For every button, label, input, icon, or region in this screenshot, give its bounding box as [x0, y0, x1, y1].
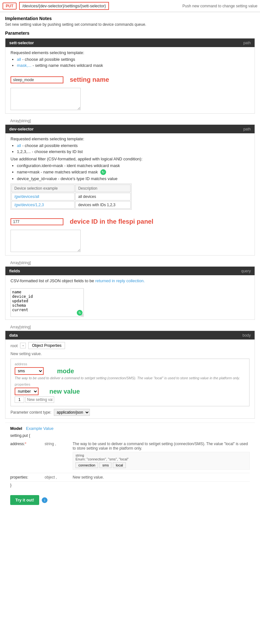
- new-value-annotation: new value: [49, 388, 80, 395]
- value-input-row: [15, 396, 245, 403]
- dev-filter-type: device_type_id=value - device's type ID …: [17, 176, 249, 181]
- sett-selector-block: sett-selector path Requested elements se…: [5, 38, 255, 114]
- device-table-row-1: /gw/devices/all all devices: [11, 193, 131, 200]
- enum-block-address: string Enum: "connection", "sms", "local…: [73, 452, 250, 470]
- tab-model[interactable]: Model: [10, 426, 22, 431]
- try-it-bar: Try it out! i: [5, 492, 255, 508]
- sett-option-mask: mask,... - setting name matches wildcard…: [17, 63, 249, 68]
- sett-selector-input-row: setting name: [5, 74, 255, 86]
- method-badge: PUT: [3, 3, 17, 10]
- sett-option-mask-link[interactable]: mask,...: [17, 63, 32, 68]
- enum-btn-sms[interactable]: sms: [99, 462, 112, 468]
- dev-filter-note: Use additional filter (CSV-formatted, ap…: [11, 157, 249, 161]
- refresh-icon-1[interactable]: ↻: [100, 169, 106, 175]
- new-value-row: number string boolean new value: [15, 388, 245, 395]
- model-desc-address: The way to be used to deliver a command …: [73, 442, 250, 471]
- fields-name: fields: [9, 269, 20, 273]
- model-address-required: *: [25, 442, 26, 446]
- dev-selector-location: path: [243, 127, 251, 131]
- data-location: body: [242, 333, 251, 338]
- dev-filter-ident-key: configuration.ident=mask: [17, 163, 63, 168]
- info-icon: i: [42, 497, 47, 503]
- enum-btn-local[interactable]: local: [113, 462, 126, 468]
- model-desc-properties: New setting value.: [73, 475, 250, 480]
- dev-array-type: Array[string]: [5, 259, 255, 266]
- device-table-col1: Device selection example: [11, 185, 75, 192]
- fields-textarea[interactable]: name device_id updated schema current: [11, 288, 84, 317]
- sett-selector-input[interactable]: [11, 76, 63, 83]
- dev-filter-type-key: device_type_id=value: [17, 176, 57, 181]
- model-content: setting.put { address:* string , The way…: [10, 433, 250, 489]
- dev-selector-input-row: device ID in the flespi panel: [5, 215, 255, 228]
- dev-annotation: device ID in the flespi panel: [70, 218, 153, 225]
- root-label: root: [11, 343, 18, 348]
- device-table: Device selection example Description /gw…: [11, 184, 132, 210]
- parameters-title: Parameters: [5, 31, 255, 36]
- address-select[interactable]: sms connection local: [15, 367, 44, 375]
- obj-props-btn[interactable]: Object Properties: [28, 342, 65, 349]
- data-body: root - Object Properties New setting val…: [5, 340, 255, 418]
- fields-header: fields query: [5, 267, 255, 275]
- fields-location: query: [241, 269, 251, 273]
- address-block: address sms connection local mode The wa…: [11, 359, 249, 406]
- content-type-select[interactable]: application/json: [54, 409, 90, 416]
- dev-filter-ident: configuration.ident=mask - ident matches…: [17, 163, 249, 168]
- sett-selector-options: all - choose all possible settings mask,…: [11, 57, 249, 68]
- tab-example-value[interactable]: Example Value: [26, 426, 54, 431]
- enum-buttons: connection sms local: [76, 462, 247, 468]
- dev-option-all-link[interactable]: all: [17, 143, 21, 148]
- value-number-input[interactable]: [15, 396, 24, 403]
- sett-annotation: setting name: [70, 76, 109, 83]
- enum-label-text: Enum:: [76, 457, 86, 461]
- dev-filter-name-desc: - name matches wildcard mask: [41, 170, 98, 174]
- sett-array-type: Array[string]: [5, 117, 255, 124]
- enum-btn-connection[interactable]: connection: [76, 462, 98, 468]
- address-label: address: [15, 362, 245, 366]
- dev-filter-type-desc: - device's type ID matches value: [58, 176, 118, 181]
- new-setting-label: New setting value.: [11, 352, 249, 356]
- properties-select[interactable]: number string boolean: [15, 388, 39, 395]
- implementation-notes: Implementation Notes Set new setting val…: [0, 12, 260, 31]
- model-address-keyname: address:: [10, 442, 25, 446]
- refresh-icon-2[interactable]: ↻: [77, 310, 83, 316]
- try-it-button[interactable]: Try it out!: [10, 495, 39, 505]
- dev-filter-options: configuration.ident=mask - ident matches…: [11, 163, 249, 181]
- model-row-properties: properties: object , New setting value.: [10, 473, 250, 482]
- data-header: data body: [5, 331, 255, 340]
- dev-option-ids-key: 1,2,3,...: [17, 149, 31, 154]
- dev-selector-name: dev-selector: [9, 127, 34, 131]
- root-row: root - Object Properties: [11, 342, 249, 349]
- fields-block: fields query CSV-formatted list of JSON …: [5, 266, 255, 320]
- header-bar: PUT /devices/{dev-selector}/settings/{se…: [0, 0, 260, 12]
- sett-selector-name: sett-selector: [9, 40, 34, 45]
- fields-desc-text: CSV-formatted list of JSON object fields…: [11, 278, 95, 283]
- sett-option-all-desc: - choose all possible settings: [22, 57, 75, 62]
- dev-selector-input[interactable]: [11, 218, 63, 225]
- properties-label: properties: [15, 382, 245, 386]
- value-text-input[interactable]: [25, 396, 54, 403]
- dev-selector-block: dev-selector path Requested elements sel…: [5, 124, 255, 256]
- device-table-col2: Description: [75, 185, 131, 192]
- device-table-path-2: /gw/devices/1,2,3: [11, 201, 75, 209]
- sett-selector-textarea[interactable]: [11, 88, 81, 110]
- fields-desc-link[interactable]: returned in reply collection.: [95, 278, 145, 283]
- address-desc: The way to be used to deliver a command …: [15, 376, 245, 380]
- device-table-desc-2: devices with IDs 1,2,3: [75, 201, 131, 209]
- dev-selector-textarea[interactable]: [11, 230, 81, 252]
- impl-notes-desc: Set new setting value by pushing setting…: [5, 22, 255, 27]
- dev-option-ids: 1,2,3,... - choose elements by ID list: [17, 149, 249, 154]
- fields-desc: CSV-formatted list of JSON object fields…: [11, 278, 249, 283]
- root-minus-btn[interactable]: -: [20, 343, 26, 348]
- sett-selector-body: Requested elements selecting template: a…: [5, 47, 255, 74]
- model-closing-brace: }: [10, 482, 250, 489]
- endpoint-path: /devices/{dev-selector}/settings/{sett-s…: [19, 2, 109, 10]
- device-table-path-1: /gw/devices/all: [11, 193, 75, 200]
- sett-selector-location: path: [243, 41, 251, 45]
- dev-option-ids-desc: - choose elements by ID list: [32, 149, 83, 154]
- mode-annotation: mode: [57, 368, 74, 375]
- dev-selector-desc: Requested elements selecting template:: [11, 136, 249, 141]
- dev-selector-body: Requested elements selecting template: a…: [5, 133, 255, 215]
- content-type-label: Parameter content type:: [11, 410, 51, 415]
- sett-option-all-link[interactable]: all: [17, 57, 21, 62]
- model-setting-put-open: setting.put {: [10, 433, 250, 438]
